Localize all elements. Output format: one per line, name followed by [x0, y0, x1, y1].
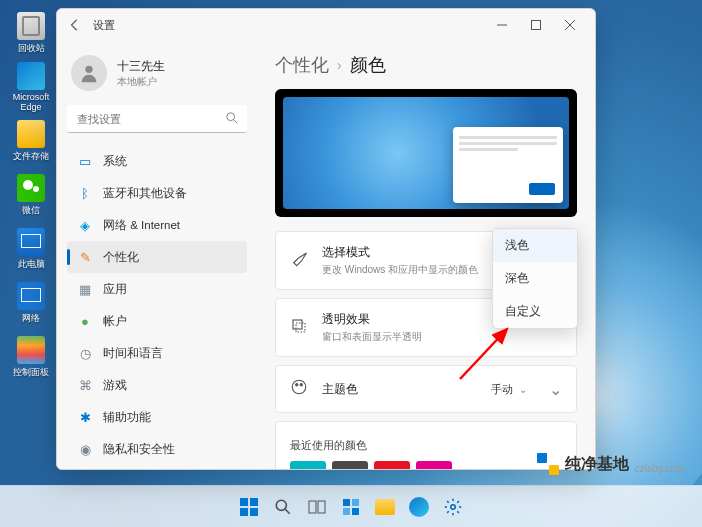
- system-icon: ▭: [77, 153, 93, 169]
- mode-option-dark[interactable]: 深色: [493, 262, 577, 295]
- apps-icon: ▦: [77, 281, 93, 297]
- user-name: 十三先生: [117, 58, 165, 75]
- svg-point-4: [85, 66, 92, 73]
- clock-icon: ◷: [77, 345, 93, 361]
- svg-rect-13: [240, 498, 248, 506]
- svg-point-10: [296, 384, 298, 386]
- svg-rect-21: [343, 499, 350, 506]
- palette-icon: [290, 378, 310, 400]
- taskbar-explorer[interactable]: [371, 493, 399, 521]
- nav-system[interactable]: ▭系统: [67, 145, 247, 177]
- desktop-recycle-bin[interactable]: 回收站: [8, 8, 54, 58]
- chevron-down-icon: ⌄: [519, 384, 527, 395]
- titlebar: 设置: [57, 9, 595, 41]
- desktop-network[interactable]: 网络: [8, 278, 54, 328]
- desktop-folder[interactable]: 文件存储: [8, 116, 54, 166]
- watermark-logo-icon: [537, 453, 559, 475]
- nav-network[interactable]: ◈网络 & Internet: [67, 209, 247, 241]
- nav-privacy[interactable]: ◉隐私和安全性: [67, 433, 247, 465]
- nav-gaming[interactable]: ⌘游戏: [67, 369, 247, 401]
- desktop-edge[interactable]: Microsoft Edge: [8, 62, 54, 112]
- color-preview: [275, 89, 577, 217]
- bluetooth-icon: ᛒ: [77, 185, 93, 201]
- mode-option-custom[interactable]: 自定义: [493, 295, 577, 328]
- pc-icon: [17, 228, 45, 256]
- mode-row[interactable]: 选择模式 更改 Windows 和应用中显示的颜色 浅色 深色 自定义: [275, 231, 577, 290]
- control-panel-icon: [17, 336, 45, 364]
- svg-rect-15: [240, 508, 248, 516]
- nav-bluetooth[interactable]: ᛒ蓝牙和其他设备: [67, 177, 247, 209]
- svg-point-9: [292, 380, 306, 394]
- avatar: [71, 55, 107, 91]
- recent-label: 最近使用的颜色: [290, 438, 452, 453]
- transparency-sub: 窗口和表面显示半透明: [322, 330, 562, 344]
- wifi-icon: ◈: [77, 217, 93, 233]
- svg-rect-16: [250, 508, 258, 516]
- svg-rect-1: [532, 21, 541, 30]
- search-box: [67, 105, 247, 133]
- brush-icon: [290, 250, 310, 272]
- desktop-this-pc[interactable]: 此电脑: [8, 224, 54, 274]
- taskbar-search[interactable]: [269, 493, 297, 521]
- svg-rect-19: [309, 501, 316, 513]
- sidebar: 十三先生 本地帐户 ▭系统 ᛒ蓝牙和其他设备 ◈网络 & Internet ✎个…: [57, 41, 257, 469]
- desktop-wechat[interactable]: 微信: [8, 170, 54, 220]
- svg-point-11: [300, 384, 302, 386]
- edge-icon: [17, 62, 45, 90]
- taskbar-edge[interactable]: [405, 493, 433, 521]
- transparency-icon: [290, 317, 310, 339]
- nav-accounts[interactable]: ●帐户: [67, 305, 247, 337]
- nav-personalization[interactable]: ✎个性化: [67, 241, 247, 273]
- accent-row[interactable]: 主题色 手动 ⌄ ⌄: [275, 365, 577, 413]
- svg-point-17: [276, 500, 286, 510]
- watermark: 纯净基地 czlaby.com: [529, 449, 692, 479]
- svg-rect-14: [250, 498, 258, 506]
- user-block[interactable]: 十三先生 本地帐户: [67, 49, 247, 105]
- search-input[interactable]: [67, 105, 247, 133]
- svg-rect-23: [343, 508, 350, 515]
- window-title: 设置: [93, 18, 115, 33]
- start-button[interactable]: [235, 493, 263, 521]
- color-swatch[interactable]: [374, 461, 410, 469]
- search-icon: [225, 111, 239, 129]
- close-button[interactable]: [553, 11, 587, 39]
- nav-apps[interactable]: ▦应用: [67, 273, 247, 305]
- accent-select[interactable]: 手动 ⌄: [491, 382, 527, 397]
- chevron-down-icon: ⌄: [549, 380, 562, 399]
- back-button[interactable]: [65, 15, 85, 35]
- svg-rect-24: [352, 508, 359, 515]
- desktop-control-panel[interactable]: 控制面板: [8, 332, 54, 382]
- breadcrumb-leaf: 颜色: [350, 53, 386, 77]
- color-swatch[interactable]: [332, 461, 368, 469]
- folder-icon: [17, 120, 45, 148]
- taskbar-widgets[interactable]: [337, 493, 365, 521]
- breadcrumb: 个性化 › 颜色: [275, 53, 577, 77]
- svg-line-18: [285, 509, 290, 514]
- settings-window: 设置 十三先生 本地帐户 ▭系统 ᛒ蓝牙和其他设备 ◈网络 & Internet…: [56, 8, 596, 470]
- maximize-button[interactable]: [519, 11, 553, 39]
- user-sub: 本地帐户: [117, 75, 165, 89]
- mode-option-light[interactable]: 浅色: [493, 229, 577, 262]
- color-swatch[interactable]: [416, 461, 452, 469]
- taskbar-settings[interactable]: [439, 493, 467, 521]
- svg-point-25: [451, 504, 456, 509]
- nav-time[interactable]: ◷时间和语言: [67, 337, 247, 369]
- nav-update[interactable]: ⟳Windows 更新: [67, 465, 247, 469]
- mode-dropdown: 浅色 深色 自定义: [492, 228, 578, 329]
- svg-rect-20: [318, 501, 325, 513]
- accessibility-icon: ✱: [77, 409, 93, 425]
- nav-accessibility[interactable]: ✱辅助功能: [67, 401, 247, 433]
- accent-title: 主题色: [322, 381, 479, 398]
- svg-rect-22: [352, 499, 359, 506]
- breadcrumb-root[interactable]: 个性化: [275, 53, 329, 77]
- person-icon: ●: [77, 313, 93, 329]
- svg-line-6: [234, 120, 238, 124]
- chevron-right-icon: ›: [337, 57, 342, 73]
- game-icon: ⌘: [77, 377, 93, 393]
- taskbar: [0, 485, 702, 527]
- taskbar-taskview[interactable]: [303, 493, 331, 521]
- brush-icon: ✎: [77, 249, 93, 265]
- minimize-button[interactable]: [485, 11, 519, 39]
- color-swatch[interactable]: [290, 461, 326, 469]
- wechat-icon: [17, 174, 45, 202]
